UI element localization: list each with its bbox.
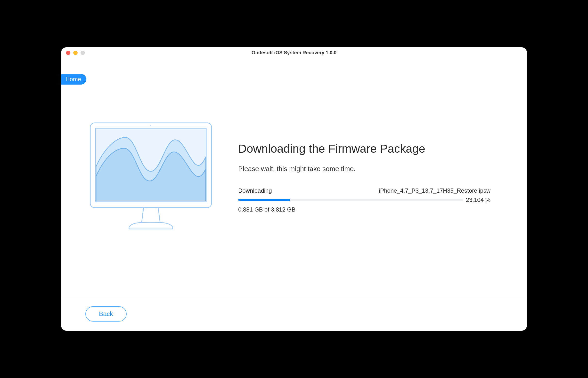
monitor-waves-icon — [88, 121, 214, 234]
page-heading: Downloading the Firmware Package — [238, 142, 490, 155]
window-title: Ondesoft iOS System Recovery 1.0.0 — [252, 50, 336, 55]
minimize-icon[interactable] — [73, 51, 78, 55]
back-button[interactable]: Back — [85, 306, 127, 322]
download-size: 0.881 GB of 3.812 GB — [238, 206, 490, 213]
download-info-row: Downloading iPhone_4.7_P3_13.7_17H35_Res… — [238, 187, 490, 194]
download-panel: Downloading the Firmware Package Please … — [238, 142, 505, 213]
download-filename: iPhone_4.7_P3_13.7_17H35_Restore.ipsw — [379, 187, 490, 194]
maximize-icon[interactable] — [81, 51, 85, 55]
monitor-illustration — [83, 121, 219, 234]
main-content: Downloading the Firmware Package Please … — [61, 58, 527, 297]
progress-bar — [238, 199, 463, 201]
progress-row: 23.104 % — [238, 197, 490, 203]
progress-percent: 23.104 % — [466, 197, 490, 203]
home-label: Home — [66, 76, 81, 82]
window-controls — [66, 51, 85, 55]
svg-point-2 — [150, 125, 151, 126]
page-subtext: Please wait, this might take some time. — [238, 165, 490, 173]
app-window: Ondesoft iOS System Recovery 1.0.0 Home — [61, 47, 527, 331]
download-status-label: Downloading — [238, 187, 272, 194]
home-button[interactable]: Home — [61, 74, 86, 85]
footer: Back — [61, 297, 527, 331]
progress-fill — [238, 199, 290, 201]
titlebar: Ondesoft iOS System Recovery 1.0.0 — [61, 47, 527, 58]
back-label: Back — [99, 310, 113, 317]
close-icon[interactable] — [66, 51, 70, 55]
